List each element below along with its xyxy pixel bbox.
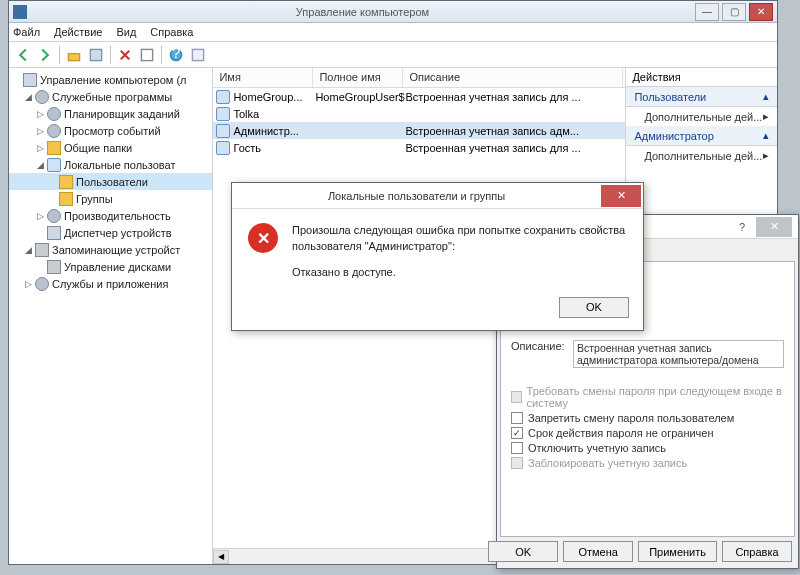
справка-button[interactable]: Справка bbox=[722, 541, 792, 562]
action-group-header[interactable]: Администратор▴ bbox=[626, 126, 777, 146]
comp-icon bbox=[23, 73, 37, 87]
cell: HomeGroup... bbox=[233, 91, 315, 103]
checkbox bbox=[511, 391, 522, 403]
tree-item[interactable]: ▷Планировщик заданий bbox=[9, 105, 212, 122]
maximize-button[interactable]: ▢ bbox=[722, 3, 746, 21]
checkbox[interactable] bbox=[511, 412, 523, 424]
menu-action[interactable]: Действие bbox=[54, 26, 102, 38]
cell: HomeGroupUser$ bbox=[315, 91, 405, 103]
list-header: ИмяПолное имяОписание bbox=[213, 68, 625, 88]
toggle-icon[interactable]: ▷ bbox=[35, 126, 45, 136]
checkbox bbox=[511, 457, 523, 469]
tree-item-label: Группы bbox=[76, 193, 113, 205]
gear-icon bbox=[35, 277, 49, 291]
list-item[interactable]: Администр...Встроенная учетная запись ад… bbox=[213, 122, 625, 139]
menu-help[interactable]: Справка bbox=[150, 26, 193, 38]
checkbox[interactable] bbox=[511, 427, 523, 439]
tree-item[interactable]: ▷Общие папки bbox=[9, 139, 212, 156]
description-label: Описание: bbox=[511, 340, 573, 352]
error-line2: Отказано в доступе. bbox=[292, 265, 627, 281]
checkbox-label: Запретить смену пароля пользователем bbox=[528, 412, 734, 424]
tree-item[interactable]: Пользователи bbox=[9, 173, 212, 190]
svg-rect-1 bbox=[90, 49, 101, 60]
toggle-icon[interactable]: ◢ bbox=[35, 160, 45, 170]
menu-file[interactable]: Файл bbox=[13, 26, 40, 38]
tree-item[interactable]: Диспетчер устройств bbox=[9, 224, 212, 241]
toggle-icon[interactable] bbox=[35, 262, 45, 272]
svg-text:?: ? bbox=[172, 48, 181, 61]
tree-item[interactable]: ▷Службы и приложения bbox=[9, 275, 212, 292]
forward-icon[interactable] bbox=[35, 45, 55, 65]
menu-view[interactable]: Вид bbox=[116, 26, 136, 38]
checkbox-row[interactable]: Срок действия пароля не ограничен bbox=[511, 427, 784, 439]
minimize-button[interactable]: — bbox=[695, 3, 719, 21]
refresh-icon[interactable] bbox=[137, 45, 157, 65]
list-item[interactable]: ГостьВстроенная учетная запись для ... bbox=[213, 139, 625, 156]
tree-pane[interactable]: Управление компьютером (л◢Служебные прог… bbox=[9, 68, 213, 564]
checkbox-label: Заблокировать учетную запись bbox=[528, 457, 687, 469]
toggle-icon[interactable]: ▷ bbox=[35, 211, 45, 221]
toggle-icon[interactable]: ▷ bbox=[35, 143, 45, 153]
tree-item[interactable]: Управление компьютером (л bbox=[9, 71, 212, 88]
close-button[interactable]: ✕ bbox=[749, 3, 773, 21]
отмена-button[interactable]: Отмена bbox=[563, 541, 633, 562]
toggle-icon[interactable] bbox=[47, 177, 57, 187]
tree-item[interactable]: Группы bbox=[9, 190, 212, 207]
help-icon[interactable]: ? bbox=[732, 221, 752, 233]
ok-button[interactable]: OK bbox=[488, 541, 558, 562]
применить-button[interactable]: Применить bbox=[638, 541, 717, 562]
list-item[interactable]: HomeGroup...HomeGroupUser$Встроенная уче… bbox=[213, 88, 625, 105]
window-title: Управление компьютером bbox=[33, 6, 692, 18]
column-header[interactable]: Полное имя bbox=[313, 68, 403, 87]
list-item[interactable]: Tolka bbox=[213, 105, 625, 122]
cell: Встроенная учетная запись для ... bbox=[405, 91, 625, 103]
tree-item[interactable]: ◢Запоминающие устройст bbox=[9, 241, 212, 258]
tree-item[interactable]: ◢Служебные программы bbox=[9, 88, 212, 105]
chevron-right-icon: ▸ bbox=[763, 149, 769, 162]
tree-item-label: Запоминающие устройст bbox=[52, 244, 180, 256]
toggle-icon[interactable]: ◢ bbox=[23, 245, 33, 255]
help-icon[interactable]: ? bbox=[166, 45, 186, 65]
delete-icon[interactable] bbox=[115, 45, 135, 65]
cell: Tolka bbox=[233, 108, 315, 120]
close-icon[interactable]: ✕ bbox=[756, 217, 792, 237]
svg-rect-2 bbox=[141, 49, 152, 60]
toggle-icon[interactable] bbox=[35, 228, 45, 238]
ok-button[interactable]: OK bbox=[559, 297, 629, 318]
checkbox-row: Требовать смены пароля при следующем вхо… bbox=[511, 385, 784, 409]
checkbox-row[interactable]: Запретить смену пароля пользователем bbox=[511, 412, 784, 424]
scroll-left-icon[interactable]: ◀ bbox=[213, 550, 229, 564]
tree-item[interactable]: ◢Локальные пользоват bbox=[9, 156, 212, 173]
toggle-icon[interactable] bbox=[47, 194, 57, 204]
folder-icon bbox=[47, 141, 61, 155]
action-group-header[interactable]: Пользователи▴ bbox=[626, 87, 777, 107]
list-icon[interactable] bbox=[86, 45, 106, 65]
description-field[interactable]: Встроенная учетная запись администратора… bbox=[573, 340, 784, 368]
chevron-up-icon: ▴ bbox=[763, 90, 769, 103]
tree-item-label: Диспетчер устройств bbox=[64, 227, 172, 239]
toggle-icon[interactable]: ▷ bbox=[23, 279, 33, 289]
column-header[interactable]: Описание bbox=[403, 68, 623, 87]
close-icon[interactable]: ✕ bbox=[601, 185, 641, 207]
tree-item-label: Управление дисками bbox=[64, 261, 171, 273]
column-header[interactable]: Имя bbox=[213, 68, 313, 87]
tree-item[interactable]: Управление дисками bbox=[9, 258, 212, 275]
checkbox-row[interactable]: Отключить учетную запись bbox=[511, 442, 784, 454]
up-icon[interactable] bbox=[64, 45, 84, 65]
toggle-icon[interactable]: ▷ bbox=[35, 109, 45, 119]
tree-item[interactable]: ▷Просмотр событий bbox=[9, 122, 212, 139]
props-icon[interactable] bbox=[188, 45, 208, 65]
disk-icon bbox=[47, 260, 61, 274]
toggle-icon[interactable]: ◢ bbox=[23, 92, 33, 102]
tree-item[interactable]: ▷Производительность bbox=[9, 207, 212, 224]
action-item[interactable]: Дополнительные дей...▸ bbox=[626, 107, 777, 126]
chevron-right-icon: ▸ bbox=[763, 110, 769, 123]
checkbox-label: Срок действия пароля не ограничен bbox=[528, 427, 714, 439]
cell: Встроенная учетная запись для ... bbox=[405, 142, 625, 154]
checkbox[interactable] bbox=[511, 442, 523, 454]
titlebar: Управление компьютером — ▢ ✕ bbox=[9, 1, 777, 23]
error-titlebar: Локальные пользователи и группы ✕ bbox=[232, 183, 643, 209]
toggle-icon[interactable] bbox=[11, 75, 21, 85]
action-item[interactable]: Дополнительные дей...▸ bbox=[626, 146, 777, 165]
back-icon[interactable] bbox=[13, 45, 33, 65]
